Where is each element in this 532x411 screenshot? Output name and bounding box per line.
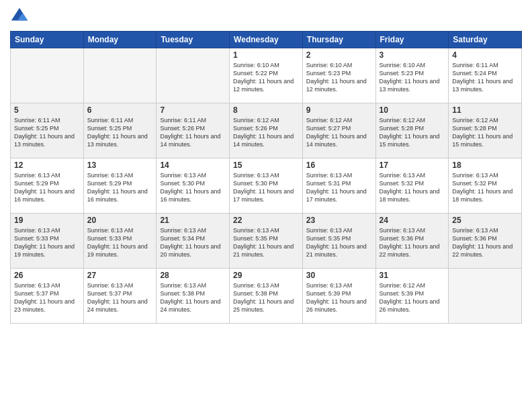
weekday-header: Monday [83, 32, 157, 48]
day-info: Sunrise: 6:10 AM Sunset: 5:23 PM Dayligh… [306, 61, 372, 94]
weekday-header: Sunday [11, 32, 84, 48]
day-number: 30 [306, 271, 372, 280]
day-info: Sunrise: 6:13 AM Sunset: 5:32 PM Dayligh… [380, 171, 445, 204]
header [10, 7, 522, 26]
day-number: 4 [452, 50, 518, 60]
calendar-cell: 7Sunrise: 6:11 AM Sunset: 5:26 PM Daylig… [157, 103, 230, 158]
day-number: 29 [233, 271, 299, 280]
day-info: Sunrise: 6:12 AM Sunset: 5:28 PM Dayligh… [380, 116, 445, 149]
day-number: 21 [160, 216, 226, 225]
calendar-cell: 8Sunrise: 6:12 AM Sunset: 5:26 PM Daylig… [230, 103, 303, 158]
day-number: 9 [306, 105, 372, 115]
calendar-cell: 11Sunrise: 6:12 AM Sunset: 5:28 PM Dayli… [449, 103, 522, 158]
day-number: 31 [380, 271, 445, 280]
day-info: Sunrise: 6:10 AM Sunset: 5:23 PM Dayligh… [380, 61, 445, 94]
logo [10, 7, 32, 26]
day-number: 5 [14, 105, 80, 115]
day-number: 2 [306, 50, 372, 60]
day-number: 11 [452, 105, 518, 115]
day-info: Sunrise: 6:13 AM Sunset: 5:29 PM Dayligh… [87, 171, 153, 204]
calendar-cell: 22Sunrise: 6:13 AM Sunset: 5:35 PM Dayli… [230, 214, 303, 269]
day-info: Sunrise: 6:13 AM Sunset: 5:33 PM Dayligh… [87, 226, 153, 259]
calendar-cell: 29Sunrise: 6:13 AM Sunset: 5:38 PM Dayli… [230, 269, 303, 324]
day-info: Sunrise: 6:11 AM Sunset: 5:25 PM Dayligh… [14, 116, 80, 149]
calendar-cell: 24Sunrise: 6:13 AM Sunset: 5:36 PM Dayli… [375, 214, 449, 269]
calendar-cell: 18Sunrise: 6:13 AM Sunset: 5:32 PM Dayli… [449, 158, 522, 214]
calendar-cell: 9Sunrise: 6:12 AM Sunset: 5:27 PM Daylig… [302, 103, 375, 158]
calendar-cell: 14Sunrise: 6:13 AM Sunset: 5:30 PM Dayli… [157, 158, 230, 214]
day-number: 25 [452, 216, 518, 225]
day-info: Sunrise: 6:11 AM Sunset: 5:24 PM Dayligh… [452, 61, 518, 94]
day-info: Sunrise: 6:12 AM Sunset: 5:28 PM Dayligh… [452, 116, 518, 149]
calendar-cell: 21Sunrise: 6:13 AM Sunset: 5:34 PM Dayli… [157, 214, 230, 269]
day-info: Sunrise: 6:13 AM Sunset: 5:32 PM Dayligh… [452, 171, 518, 204]
day-number: 28 [160, 271, 226, 280]
calendar-cell: 25Sunrise: 6:13 AM Sunset: 5:36 PM Dayli… [449, 214, 522, 269]
calendar-cell: 27Sunrise: 6:13 AM Sunset: 5:37 PM Dayli… [83, 269, 157, 324]
calendar-cell: 16Sunrise: 6:13 AM Sunset: 5:31 PM Dayli… [302, 158, 375, 214]
day-info: Sunrise: 6:13 AM Sunset: 5:31 PM Dayligh… [306, 171, 372, 204]
day-info: Sunrise: 6:13 AM Sunset: 5:34 PM Dayligh… [160, 226, 226, 259]
day-number: 24 [380, 216, 445, 225]
calendar-cell: 2Sunrise: 6:10 AM Sunset: 5:23 PM Daylig… [302, 48, 375, 103]
weekday-header: Wednesday [230, 32, 303, 48]
calendar-cell: 4Sunrise: 6:11 AM Sunset: 5:24 PM Daylig… [449, 48, 522, 103]
day-info: Sunrise: 6:10 AM Sunset: 5:22 PM Dayligh… [233, 61, 299, 94]
weekday-header: Saturday [449, 32, 522, 48]
weekday-header: Thursday [302, 32, 375, 48]
day-info: Sunrise: 6:13 AM Sunset: 5:30 PM Dayligh… [233, 171, 299, 204]
day-number: 1 [233, 50, 299, 60]
day-number: 7 [160, 105, 226, 115]
calendar-cell: 6Sunrise: 6:11 AM Sunset: 5:25 PM Daylig… [83, 103, 157, 158]
day-info: Sunrise: 6:13 AM Sunset: 5:35 PM Dayligh… [306, 226, 372, 259]
day-info: Sunrise: 6:13 AM Sunset: 5:37 PM Dayligh… [14, 281, 80, 314]
day-info: Sunrise: 6:13 AM Sunset: 5:37 PM Dayligh… [87, 281, 153, 314]
day-number: 10 [380, 105, 445, 115]
day-info: Sunrise: 6:13 AM Sunset: 5:36 PM Dayligh… [452, 226, 518, 259]
day-info: Sunrise: 6:12 AM Sunset: 5:27 PM Dayligh… [306, 116, 372, 149]
day-number: 18 [452, 161, 518, 170]
logo-icon [10, 7, 29, 26]
day-number: 14 [160, 161, 226, 170]
weekday-header: Tuesday [157, 32, 230, 48]
day-number: 3 [380, 50, 445, 60]
calendar-cell: 12Sunrise: 6:13 AM Sunset: 5:29 PM Dayli… [11, 158, 84, 214]
day-number: 26 [14, 271, 80, 280]
day-info: Sunrise: 6:13 AM Sunset: 5:38 PM Dayligh… [233, 281, 299, 314]
page: SundayMondayTuesdayWednesdayThursdayFrid… [0, 0, 532, 411]
calendar-cell [449, 269, 522, 324]
day-info: Sunrise: 6:13 AM Sunset: 5:35 PM Dayligh… [233, 226, 299, 259]
calendar-cell: 17Sunrise: 6:13 AM Sunset: 5:32 PM Dayli… [375, 158, 449, 214]
day-info: Sunrise: 6:13 AM Sunset: 5:38 PM Dayligh… [160, 281, 226, 314]
calendar: SundayMondayTuesdayWednesdayThursdayFrid… [10, 31, 522, 324]
day-number: 8 [233, 105, 299, 115]
day-info: Sunrise: 6:13 AM Sunset: 5:39 PM Dayligh… [306, 281, 372, 314]
day-info: Sunrise: 6:13 AM Sunset: 5:36 PM Dayligh… [380, 226, 445, 259]
calendar-cell: 1Sunrise: 6:10 AM Sunset: 5:22 PM Daylig… [230, 48, 303, 103]
calendar-cell [157, 48, 230, 103]
day-number: 16 [306, 161, 372, 170]
calendar-cell: 31Sunrise: 6:12 AM Sunset: 5:39 PM Dayli… [375, 269, 449, 324]
day-number: 19 [14, 216, 80, 225]
calendar-cell [83, 48, 157, 103]
calendar-cell: 28Sunrise: 6:13 AM Sunset: 5:38 PM Dayli… [157, 269, 230, 324]
calendar-cell: 5Sunrise: 6:11 AM Sunset: 5:25 PM Daylig… [11, 103, 84, 158]
calendar-cell: 10Sunrise: 6:12 AM Sunset: 5:28 PM Dayli… [375, 103, 449, 158]
calendar-cell: 30Sunrise: 6:13 AM Sunset: 5:39 PM Dayli… [302, 269, 375, 324]
day-info: Sunrise: 6:12 AM Sunset: 5:39 PM Dayligh… [380, 281, 445, 314]
day-info: Sunrise: 6:13 AM Sunset: 5:30 PM Dayligh… [160, 171, 226, 204]
day-number: 13 [87, 161, 153, 170]
day-number: 6 [87, 105, 153, 115]
day-number: 15 [233, 161, 299, 170]
day-number: 23 [306, 216, 372, 225]
day-info: Sunrise: 6:11 AM Sunset: 5:26 PM Dayligh… [160, 116, 226, 149]
calendar-cell: 26Sunrise: 6:13 AM Sunset: 5:37 PM Dayli… [11, 269, 84, 324]
calendar-cell: 13Sunrise: 6:13 AM Sunset: 5:29 PM Dayli… [83, 158, 157, 214]
calendar-cell: 20Sunrise: 6:13 AM Sunset: 5:33 PM Dayli… [83, 214, 157, 269]
calendar-cell: 19Sunrise: 6:13 AM Sunset: 5:33 PM Dayli… [11, 214, 84, 269]
calendar-cell: 23Sunrise: 6:13 AM Sunset: 5:35 PM Dayli… [302, 214, 375, 269]
day-info: Sunrise: 6:11 AM Sunset: 5:25 PM Dayligh… [87, 116, 153, 149]
day-number: 20 [87, 216, 153, 225]
day-info: Sunrise: 6:12 AM Sunset: 5:26 PM Dayligh… [233, 116, 299, 149]
day-info: Sunrise: 6:13 AM Sunset: 5:33 PM Dayligh… [14, 226, 80, 259]
